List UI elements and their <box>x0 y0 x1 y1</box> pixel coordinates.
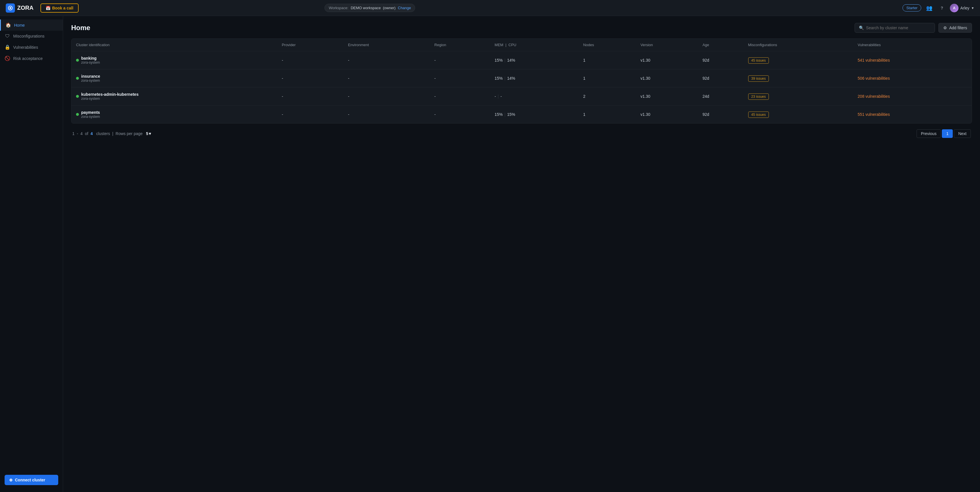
total-count: 4 <box>91 131 93 136</box>
cell-provider-0: - <box>277 51 344 69</box>
cell-provider-2: - <box>277 87 344 106</box>
next-button[interactable]: Next <box>954 129 971 138</box>
clusters-table: Cluster identification Provider Environm… <box>72 39 972 123</box>
col-vulnerabilities: Vulnerabilities <box>853 39 972 51</box>
status-dot-3 <box>76 113 79 116</box>
cell-environment-2: - <box>344 87 430 106</box>
cluster-name-2: kubernetes-admin-kubernetes <box>81 92 138 97</box>
sidebar-item-risk-acceptance-label: Risk acceptance <box>13 56 43 61</box>
chevron-down-icon-rows: ▾ <box>149 131 151 136</box>
cell-nodes-1: 1 <box>579 69 636 87</box>
cell-age-1: 92d <box>698 69 744 87</box>
logo[interactable]: ZORA <box>6 3 33 13</box>
plus-icon: ⊕ <box>9 478 13 482</box>
cell-misconfigurations-2[interactable]: 23 issues <box>744 87 853 106</box>
sidebar-item-vulnerabilities[interactable]: 🔒 Vulnerabilities <box>0 41 63 53</box>
cluster-namespace-1: zora-system <box>81 79 100 83</box>
cell-version-2: v1.30 <box>636 87 698 106</box>
rows-per-page-select[interactable]: 5 ▾ <box>146 131 151 136</box>
cell-mem-cpu-0: 15% | 14% <box>490 51 579 69</box>
topbar-right: Starter 👥 ? A Arley ▼ <box>902 3 974 13</box>
pagination-info: 1 - 4 of 4 clusters | Rows per page 5 ▾ <box>72 131 151 136</box>
change-workspace-button[interactable]: Change <box>398 6 411 10</box>
avatar: A <box>950 4 958 12</box>
cell-misconfigurations-3[interactable]: 45 issues <box>744 106 853 124</box>
chevron-down-icon: ▼ <box>971 6 974 10</box>
cell-cluster-id-1: insurance zora-system <box>72 69 277 87</box>
users-icon-button[interactable]: 👥 <box>924 3 934 13</box>
sidebar-item-misconfigurations[interactable]: 🛡 Misconfigurations <box>0 31 63 41</box>
help-icon: ? <box>941 6 943 10</box>
cluster-namespace-0: zora-system <box>81 60 100 65</box>
svg-point-1 <box>10 7 11 9</box>
vuln-link-1[interactable]: 506 vulnerabilities <box>858 76 890 81</box>
issues-badge-1[interactable]: 39 issues <box>748 75 769 82</box>
page-header: Home 🔍 ⚙ Add filters <box>71 23 972 33</box>
cell-version-0: v1.30 <box>636 51 698 69</box>
filter-icon: ⚙ <box>943 25 947 30</box>
col-misconfigurations: Misconfigurations <box>744 39 853 51</box>
cell-version-3: v1.30 <box>636 106 698 124</box>
cell-environment-0: - <box>344 51 430 69</box>
issues-badge-0[interactable]: 45 issues <box>748 57 769 63</box>
connect-cluster-button[interactable]: ⊕ Connect cluster <box>5 475 58 485</box>
page-1-button[interactable]: 1 <box>942 129 953 138</box>
vuln-link-0[interactable]: 541 vulnerabilities <box>858 58 890 62</box>
book-call-label: Book a call <box>52 6 73 10</box>
table-row[interactable]: kubernetes-admin-kubernetes zora-system … <box>72 87 972 106</box>
status-dot-2 <box>76 95 79 98</box>
table-row[interactable]: payments zora-system - - - 15% | 15% 1 v… <box>72 106 972 124</box>
cell-mem-cpu-3: 15% | 15% <box>490 106 579 124</box>
cell-nodes-0: 1 <box>579 51 636 69</box>
cell-vulnerabilities-2[interactable]: 208 vulnerabilities <box>853 87 972 106</box>
range-end: 4 <box>80 131 83 136</box>
cell-region-0: - <box>430 51 490 69</box>
search-input[interactable] <box>866 25 931 30</box>
cell-mem-cpu-2: - | - <box>490 87 579 106</box>
cell-provider-3: - <box>277 106 344 124</box>
add-filters-button[interactable]: ⚙ Add filters <box>939 23 972 33</box>
sidebar-item-risk-acceptance[interactable]: 🚫 Risk acceptance <box>0 53 63 64</box>
cell-vulnerabilities-1[interactable]: 506 vulnerabilities <box>853 69 972 87</box>
page-title: Home <box>71 24 91 32</box>
cluster-namespace-2: zora-system <box>81 97 138 101</box>
help-icon-button[interactable]: ? <box>937 3 947 13</box>
shield-icon: 🛡 <box>5 33 10 39</box>
search-box[interactable]: 🔍 <box>854 23 935 33</box>
cell-misconfigurations-0[interactable]: 45 issues <box>744 51 853 69</box>
cell-vulnerabilities-0[interactable]: 541 vulnerabilities <box>853 51 972 69</box>
cell-cluster-id-3: payments zora-system <box>72 106 277 124</box>
issues-badge-3[interactable]: 45 issues <box>748 111 769 118</box>
table-body: banking zora-system - - - 15% | 14% 1 v1… <box>72 51 972 124</box>
range-start: 1 <box>72 131 75 136</box>
col-cluster-id: Cluster identification <box>72 39 277 51</box>
issues-badge-2[interactable]: 23 issues <box>748 94 769 100</box>
table-row[interactable]: banking zora-system - - - 15% | 14% 1 v1… <box>72 51 972 69</box>
clusters-table-container: Cluster identification Provider Environm… <box>71 38 972 124</box>
starter-badge[interactable]: Starter <box>902 4 921 11</box>
cell-environment-3: - <box>344 106 430 124</box>
rows-per-page-label: Rows per page <box>116 131 143 136</box>
col-nodes: Nodes <box>579 39 636 51</box>
cell-provider-1: - <box>277 69 344 87</box>
table-row[interactable]: insurance zora-system - - - 15% | 14% 1 … <box>72 69 972 87</box>
cell-region-3: - <box>430 106 490 124</box>
topbar: ZORA 📅 Book a call Workspace: DEMO works… <box>0 0 980 16</box>
previous-button[interactable]: Previous <box>916 129 941 138</box>
sidebar-item-vulnerabilities-label: Vulnerabilities <box>13 45 38 49</box>
vuln-link-3[interactable]: 551 vulnerabilities <box>858 112 890 117</box>
total-label: clusters <box>96 131 110 136</box>
col-environment: Environment <box>344 39 430 51</box>
cell-region-2: - <box>430 87 490 106</box>
col-mem-cpu: MEM | CPU <box>490 39 579 51</box>
connect-cluster-label: Connect cluster <box>15 478 45 482</box>
cell-vulnerabilities-3[interactable]: 551 vulnerabilities <box>853 106 972 124</box>
sidebar-item-home-label: Home <box>14 23 25 27</box>
vuln-link-2[interactable]: 208 vulnerabilities <box>858 94 890 98</box>
cell-misconfigurations-1[interactable]: 39 issues <box>744 69 853 87</box>
book-call-button[interactable]: 📅 Book a call <box>40 3 79 13</box>
sidebar-item-home[interactable]: 🏠 Home <box>0 19 63 31</box>
cell-cluster-id-0: banking zora-system <box>72 51 277 69</box>
user-menu[interactable]: A Arley ▼ <box>950 4 974 12</box>
main-content: Home 🔍 ⚙ Add filters Cluster identificat… <box>63 16 980 492</box>
